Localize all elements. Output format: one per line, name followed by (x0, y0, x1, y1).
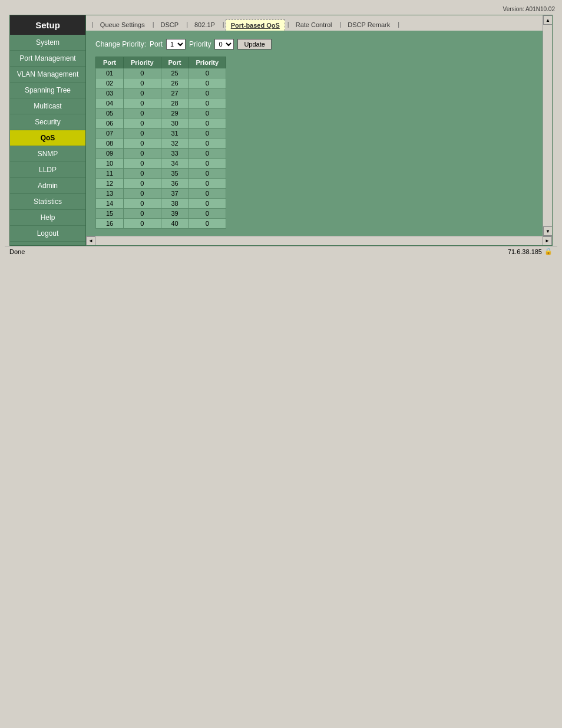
cell-port2: 37 (161, 189, 189, 199)
tab-sep-1: | (151, 18, 156, 31)
cell-port1: 09 (96, 149, 124, 159)
sidebar-item-system[interactable]: System (10, 35, 85, 51)
cell-port1: 12 (96, 179, 124, 189)
cell-priority1: 0 (124, 189, 161, 199)
tab-sep-3: | (222, 18, 226, 31)
cell-priority1: 0 (124, 159, 161, 169)
cell-priority2: 0 (189, 139, 226, 149)
ip-area: 71.6.38.185 🔒 (508, 248, 553, 255)
cell-priority2: 0 (189, 219, 226, 229)
table-row: 140380 (96, 199, 226, 209)
col-header-priority1: Priority (124, 57, 161, 68)
tab-port-based-qos[interactable]: Port-based QoS (226, 19, 285, 31)
cell-priority2: 0 (189, 189, 226, 199)
scroll-track (543, 25, 552, 226)
sidebar-item-admin[interactable]: Admin (10, 178, 85, 194)
cell-port1: 02 (96, 78, 124, 88)
hscroll-track (95, 236, 543, 245)
sidebar-item-help[interactable]: Help (10, 210, 85, 226)
sidebar-item-logout[interactable]: Logout (10, 226, 85, 242)
cell-priority1: 0 (124, 129, 161, 139)
cell-port2: 30 (161, 118, 189, 129)
cell-priority1: 0 (124, 149, 161, 159)
scroll-left-button[interactable]: ◄ (86, 236, 95, 246)
cell-priority1: 0 (124, 118, 161, 129)
sidebar-item-vlan-management[interactable]: VLAN Management (10, 67, 85, 83)
cell-priority1: 0 (124, 209, 161, 219)
vertical-scrollbar[interactable]: ▲ ▼ (543, 15, 552, 236)
lock-icon: 🔒 (544, 248, 553, 255)
cell-priority2: 0 (189, 209, 226, 219)
port-label: Port (150, 40, 163, 48)
sidebar-item-multicast[interactable]: Multicast (10, 98, 85, 114)
col-header-port1: Port (96, 57, 124, 68)
table-row: 020260 (96, 78, 226, 88)
tab-dscp-remark[interactable]: DSCP Remark (342, 19, 395, 31)
cell-priority2: 0 (189, 159, 226, 169)
change-priority-label: Change Priority: (95, 40, 146, 48)
cell-port1: 10 (96, 159, 124, 169)
sidebar-item-security[interactable]: Security (10, 114, 85, 130)
sidebar-item-port-management[interactable]: Port Management (10, 51, 85, 67)
cell-priority1: 0 (124, 108, 161, 118)
sidebar: Setup System Port Management VLAN Manage… (9, 15, 86, 246)
cell-priority1: 0 (124, 98, 161, 108)
sidebar-item-snmp[interactable]: SNMP (10, 146, 85, 162)
cell-port1: 14 (96, 199, 124, 209)
tab-sep-2: | (185, 18, 189, 31)
cell-priority1: 0 (124, 78, 161, 88)
cell-port1: 05 (96, 108, 124, 118)
cell-priority2: 0 (189, 179, 226, 189)
cell-priority1: 0 (124, 68, 161, 78)
cell-priority1: 0 (124, 169, 161, 179)
update-button[interactable]: Update (237, 39, 271, 50)
table-row: 070310 (96, 129, 226, 139)
cell-priority1: 0 (124, 179, 161, 189)
sidebar-item-spanning-tree[interactable]: Spanning Tree (10, 83, 85, 98)
cell-priority2: 0 (189, 108, 226, 118)
version-text: Version: A01N10.02 (503, 6, 555, 12)
table-row: 120360 (96, 179, 226, 189)
priority-label: Priority (189, 40, 211, 48)
cell-port2: 39 (161, 209, 189, 219)
table-row: 050290 (96, 108, 226, 118)
ip-text: 71.6.38.185 (508, 248, 542, 255)
tab-dscp[interactable]: DSCP (156, 19, 184, 31)
tab-sep-5: | (338, 18, 342, 31)
cell-priority2: 0 (189, 88, 226, 98)
content-body: Change Priority: Port 1234 5678 Priority… (86, 32, 543, 236)
tabs-bar: | Queue Settings | DSCP | 802.1P | Port-… (86, 15, 552, 32)
cell-priority2: 0 (189, 78, 226, 88)
scroll-right-button[interactable]: ► (543, 236, 552, 246)
cell-port2: 32 (161, 139, 189, 149)
table-row: 080320 (96, 139, 226, 149)
sidebar-item-lldp[interactable]: LLDP (10, 162, 85, 178)
port-select[interactable]: 1234 5678 (166, 39, 186, 50)
cell-port2: 33 (161, 149, 189, 159)
cell-port1: 13 (96, 189, 124, 199)
cell-port2: 35 (161, 169, 189, 179)
cell-priority2: 0 (189, 129, 226, 139)
cell-port1: 08 (96, 139, 124, 149)
change-priority-row: Change Priority: Port 1234 5678 Priority… (95, 39, 533, 50)
col-header-priority2: Priority (189, 57, 226, 68)
sidebar-item-qos[interactable]: QoS (10, 130, 85, 146)
cell-port1: 11 (96, 169, 124, 179)
tables-container: Port Priority Port Priority 010250020260… (95, 57, 533, 229)
horizontal-scrollbar[interactable]: ◄ ► (86, 236, 552, 245)
content-area: | Queue Settings | DSCP | 802.1P | Port-… (86, 15, 553, 246)
tab-separator-start: | (91, 18, 95, 31)
tab-8021p[interactable]: 802.1P (189, 19, 220, 31)
cell-port2: 26 (161, 78, 189, 88)
scroll-up-button[interactable]: ▲ (543, 15, 553, 25)
tab-sep-6: | (396, 18, 401, 31)
tab-queue-settings[interactable]: Queue Settings (95, 19, 150, 31)
tab-rate-control[interactable]: Rate Control (290, 19, 338, 31)
scroll-down-button[interactable]: ▼ (543, 226, 553, 236)
sidebar-item-statistics[interactable]: Statistics (10, 194, 85, 210)
table-row: 110350 (96, 169, 226, 179)
priority-select[interactable]: 0123 4567 (214, 39, 234, 50)
table-row: 130370 (96, 189, 226, 199)
cell-priority2: 0 (189, 68, 226, 78)
cell-port2: 34 (161, 159, 189, 169)
